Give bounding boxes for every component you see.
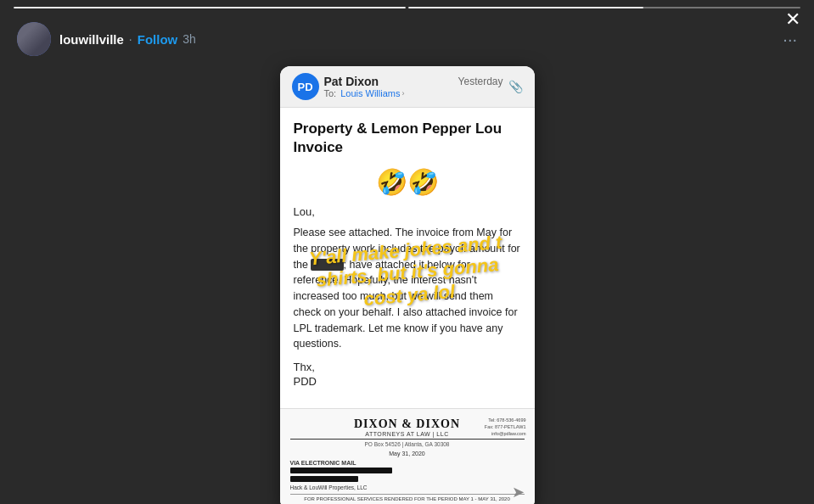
doc-redacted-1 <box>290 468 392 473</box>
chevron-icon: › <box>401 89 404 98</box>
post-header: louwillville · Follow 3h ··· <box>0 12 814 66</box>
close-button[interactable]: ✕ <box>785 10 800 29</box>
timestamp: 3h <box>182 32 196 46</box>
to-label: To: <box>324 88 337 98</box>
document-preview: Tel: 678-536-4699 Fax: 877-PETLAW1 info@… <box>280 408 535 504</box>
send-icon[interactable]: ➤ <box>512 483 525 501</box>
doc-address: PO Box 54526 | Atlanta, GA 30308 <box>290 441 525 447</box>
email-date: Yesterday <box>458 76 503 87</box>
email-body-text: Please see attached. The invoice from Ma… <box>294 225 521 352</box>
sender-avatar: PD <box>292 73 319 100</box>
email-emoji: 🤣🤣 <box>294 167 521 197</box>
more-options-icon[interactable]: ··· <box>783 30 797 49</box>
story-progress <box>0 0 814 12</box>
story-content: PD Pat Dixon Yesterday To: Louis William… <box>0 66 814 504</box>
email-card: PD Pat Dixon Yesterday To: Louis William… <box>280 66 535 504</box>
doc-contact-info: Tel: 678-536-4699 Fax: 877-PETLAW1 info@… <box>485 417 526 437</box>
attachment-icon: 📎 <box>508 80 523 93</box>
email-signature: PDD <box>294 375 521 388</box>
doc-recipient: Hack & LouWill Properties, LLC <box>290 484 525 490</box>
doc-tel: Tel: 678-536-4699 <box>488 417 525 423</box>
sender-name: Pat Dixon <box>324 75 379 88</box>
doc-via: VIA ELECTRONIC MAIL <box>290 460 525 466</box>
doc-date: May 31, 2020 <box>290 451 525 456</box>
doc-fax: Fax: 877-PETLAW1 <box>485 424 526 429</box>
follow-button[interactable]: Follow <box>138 32 178 47</box>
doc-redacted-2 <box>290 476 358 482</box>
doc-email: info@pdlaw.com <box>491 431 525 436</box>
avatar <box>17 22 51 56</box>
email-header: PD Pat Dixon Yesterday To: Louis William… <box>280 66 535 108</box>
email-subject: Property & Lemon Pepper Lou Invoice <box>294 120 521 157</box>
progress-bar-2 <box>408 7 800 8</box>
email-body: Property & Lemon Pepper Lou Invoice 🤣🤣 L… <box>280 108 535 408</box>
redacted-text <box>311 259 343 271</box>
email-meta: Pat Dixon Yesterday To: Louis Williams › <box>324 75 503 98</box>
post-container: louwillville · Follow 3h ··· ✕ PD Pat Di… <box>0 0 814 504</box>
username[interactable]: louwillville <box>59 32 124 47</box>
to-name: Louis Williams <box>340 88 400 98</box>
email-signoff: Thx, <box>294 361 521 373</box>
email-to-line: To: Louis Williams › <box>324 88 503 98</box>
dot-separator: · <box>129 32 132 46</box>
email-greeting: Lou, <box>294 205 521 218</box>
doc-bottom-text: FOR PROFESSIONAL SERVICES RENDERED FOR T… <box>290 494 525 501</box>
header-info: louwillville · Follow 3h <box>59 32 774 47</box>
progress-bar-1 <box>14 7 406 8</box>
